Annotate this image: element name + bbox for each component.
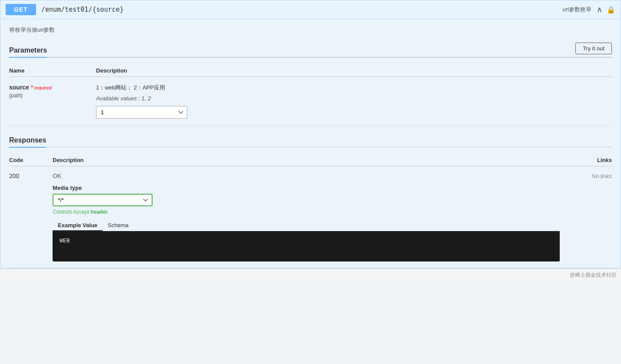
try-it-out-button[interactable]: Try it out	[575, 43, 612, 54]
col-desc-header: Description	[96, 67, 612, 74]
endpoint-description-short: url参数枚举	[563, 6, 591, 13]
col-code-header: Code	[9, 157, 53, 163]
watermark: @稀土掘金技术社区	[0, 268, 621, 281]
method-badge: GET	[6, 4, 36, 15]
endpoint-summary: 将枚举当做url参数	[9, 26, 612, 36]
param-name-text: source	[9, 84, 29, 91]
response-ok-text: OK	[53, 172, 560, 179]
col-name-header: Name	[9, 67, 96, 74]
response-code-value: 200	[9, 172, 19, 179]
param-select[interactable]: 1 2	[96, 106, 187, 119]
col-links-header: Links	[560, 157, 612, 163]
endpoint-path: /enum/test01/{source}	[41, 6, 558, 13]
controls-accept-link[interactable]: header	[90, 209, 107, 215]
path-text: /enum/test01/{source}	[41, 6, 124, 13]
endpoint-header: GET /enum/test01/{source} url参数枚举 ∧ 🔒	[0, 0, 621, 19]
params-table-header: Name Description	[9, 64, 612, 77]
lock-icon: 🔒	[607, 6, 615, 14]
table-row: source*required (path) 1：web网站； 2：APP应用 …	[9, 77, 612, 126]
collapse-icon[interactable]: ∧	[597, 5, 602, 14]
response-links-col: No links	[560, 172, 612, 179]
response-desc-col: OK Media type */* application/json text/…	[53, 172, 560, 261]
response-row: 200 OK Media type */* application/json t…	[9, 166, 612, 268]
controls-accept-text: Controls Accept header.	[53, 209, 560, 215]
param-desc-col: 1：web网站； 2：APP应用 Available values : 1, 2…	[96, 84, 612, 119]
tab-example-value[interactable]: Example Value	[53, 220, 103, 231]
parameters-title: Parameters	[9, 46, 47, 58]
responses-table-header: Code Description Links	[9, 153, 612, 166]
param-type: (path)	[9, 93, 96, 99]
parameters-section-header: Parameters Try it out	[9, 43, 612, 58]
required-label: required	[34, 85, 51, 90]
responses-title: Responses	[9, 136, 46, 148]
endpoint-body: 将枚举当做url参数 Parameters Try it out Name De…	[0, 19, 621, 268]
no-links-text: No links	[592, 173, 612, 179]
tab-schema[interactable]: Schema	[103, 220, 134, 231]
param-available-values: Available values : 1, 2	[96, 95, 612, 102]
required-star: *	[31, 84, 33, 91]
param-name-row: source*required	[9, 84, 96, 91]
response-code: 200	[9, 172, 53, 179]
media-type-label: Media type	[53, 185, 560, 191]
media-type-select[interactable]: */* application/json text/plain	[53, 194, 153, 206]
endpoint-actions: ∧ 🔒	[597, 5, 615, 14]
col-desc-resp-header: Description	[53, 157, 560, 163]
swagger-container: GET /enum/test01/{source} url参数枚举 ∧ 🔒 将枚…	[0, 0, 621, 281]
param-description: 1：web网站； 2：APP应用	[96, 84, 612, 92]
example-schema-tabs: Example Value Schema	[53, 220, 560, 231]
param-name-col: source*required (path)	[9, 84, 96, 119]
responses-section: Responses Code Description Links 200 OK …	[9, 135, 612, 268]
responses-section-header: Responses	[9, 136, 612, 147]
code-block: WEB	[53, 231, 560, 261]
